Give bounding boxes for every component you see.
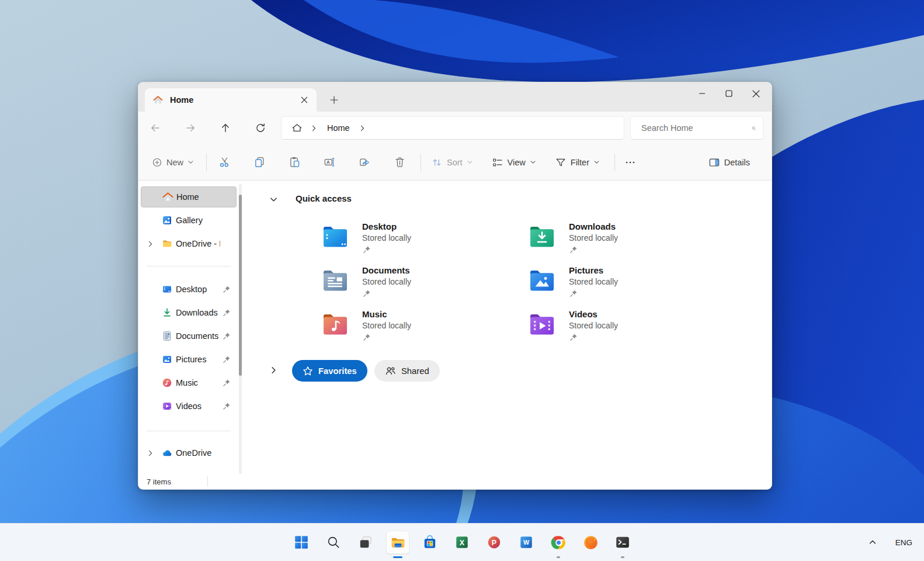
people-icon [385, 365, 396, 376]
back-button[interactable] [145, 117, 166, 138]
close-icon [752, 90, 760, 98]
language-indicator[interactable]: ENG [895, 538, 912, 547]
powerpoint-button[interactable]: P [482, 531, 506, 554]
sidebar-item-label: Videos [176, 401, 220, 411]
sidebar-item-onedrive[interactable]: OneDrive [141, 442, 237, 463]
file-explorer-taskbar-button[interactable] [386, 531, 409, 554]
sidebar-divider [147, 266, 231, 266]
copy-button[interactable] [248, 151, 271, 174]
filter-icon [555, 157, 567, 168]
paste-button[interactable] [283, 151, 306, 174]
sidebar-item-downloads[interactable]: Downloads [141, 302, 237, 323]
forward-button[interactable] [180, 117, 201, 138]
close-icon [301, 96, 308, 103]
show-hidden-icons-chevron[interactable] [869, 538, 877, 546]
breadcrumb[interactable]: Home [281, 116, 624, 140]
desktop-icon [162, 284, 172, 295]
quick-access-tile-documents[interactable]: Documents Stored locally [321, 266, 514, 305]
cut-button[interactable] [213, 151, 236, 174]
favorites-expand-chevron[interactable] [269, 366, 278, 375]
chevron-down-icon [593, 159, 600, 165]
sidebar-item-pictures[interactable]: Pictures [141, 349, 237, 370]
quick-access-tile-pictures[interactable]: Pictures Stored locally [528, 266, 721, 305]
music-icon [162, 378, 172, 388]
onedrive-cloud-icon [162, 448, 173, 459]
chevron-down-icon [530, 159, 536, 165]
sort-button[interactable]: Sort [426, 153, 478, 172]
details-button[interactable]: Details [703, 153, 755, 172]
maximize-button[interactable] [715, 82, 742, 105]
scrollbar-thumb[interactable] [239, 195, 242, 376]
pin-icon [223, 355, 231, 363]
sidebar-item-home[interactable]: Home [141, 186, 237, 207]
sidebar-divider [147, 431, 231, 431]
chrome-button[interactable] [547, 531, 570, 554]
maximize-icon [725, 90, 732, 97]
onedrive-folder-icon [162, 238, 172, 249]
item-count: 7 items [147, 477, 171, 486]
downloads-icon [162, 307, 172, 318]
firefox-button[interactable] [579, 531, 602, 554]
file-explorer-icon [390, 535, 406, 550]
taskbar: X P W ENG [0, 523, 924, 561]
quick-access-collapse-chevron[interactable] [269, 195, 278, 204]
sidebar-item-label: Desktop [176, 285, 220, 294]
microsoft-store-button[interactable] [418, 531, 442, 554]
sidebar-item-desktop[interactable]: Desktop [141, 279, 237, 300]
search-box[interactable] [630, 116, 763, 140]
quick-access-tile-videos[interactable]: Videos Stored locally [528, 310, 721, 349]
home-icon [162, 192, 173, 203]
svg-text:P: P [492, 539, 496, 547]
sidebar-item-label: Downloads [176, 308, 220, 317]
pin-icon [569, 289, 578, 297]
view-button[interactable]: View [487, 153, 541, 172]
taskbar-search-button[interactable] [322, 531, 345, 554]
new-tab-button[interactable] [324, 92, 344, 108]
plus-icon [330, 96, 338, 104]
up-button[interactable] [215, 117, 236, 138]
tile-status: Stored locally [362, 321, 411, 330]
chevron-right-icon [359, 124, 366, 132]
new-label: New [166, 158, 183, 167]
firefox-icon [583, 535, 599, 550]
ellipsis-icon [624, 157, 636, 168]
sidebar-item-gallery[interactable]: Gallery [141, 210, 237, 231]
back-icon [150, 122, 161, 134]
breadcrumb-segment-home[interactable]: Home [327, 123, 350, 133]
search-input[interactable] [640, 123, 752, 133]
minimize-button[interactable] [689, 82, 715, 105]
share-button[interactable] [353, 151, 376, 174]
sidebar-item-label: Music [176, 378, 220, 387]
delete-button[interactable] [388, 151, 411, 174]
tile-name: Music [362, 309, 387, 319]
terminal-button[interactable] [611, 531, 634, 554]
refresh-button[interactable] [250, 117, 271, 138]
sidebar-item-videos[interactable]: Videos [141, 396, 237, 417]
close-window-button[interactable] [742, 82, 769, 105]
quick-access-tile-desktop[interactable]: Desktop Stored locally [321, 223, 514, 261]
word-button[interactable]: W [515, 531, 538, 554]
favorites-button[interactable]: Favorites [292, 360, 367, 382]
task-view-button[interactable] [354, 531, 377, 554]
excel-button[interactable]: X [450, 531, 474, 554]
tab-close-button[interactable] [297, 92, 312, 108]
explorer-tab-home[interactable]: Home [145, 88, 317, 112]
star-icon [303, 366, 313, 376]
shared-button[interactable]: Shared [374, 360, 440, 382]
quick-access-tile-music[interactable]: Music Stored locally [321, 310, 514, 349]
quick-access-tile-downloads[interactable]: Downloads Stored locally [528, 223, 721, 261]
sidebar-scrollbar[interactable] [239, 184, 242, 474]
filter-button[interactable]: Filter [550, 153, 605, 172]
sidebar-item-music[interactable]: Music [141, 372, 237, 393]
chrome-icon [551, 535, 567, 550]
chevron-right-icon[interactable] [147, 240, 154, 248]
rename-button[interactable] [318, 151, 341, 174]
sidebar-item-documents[interactable]: Documents [141, 325, 237, 347]
plus-circle-icon [152, 157, 162, 168]
new-button[interactable]: New [147, 153, 199, 172]
sidebar-item-onedrive-personal[interactable]: OneDrive - Perso [141, 233, 237, 254]
see-more-button[interactable] [619, 151, 642, 174]
start-button[interactable] [290, 531, 313, 554]
windows-start-icon [294, 535, 309, 550]
chevron-right-icon[interactable] [147, 449, 154, 457]
